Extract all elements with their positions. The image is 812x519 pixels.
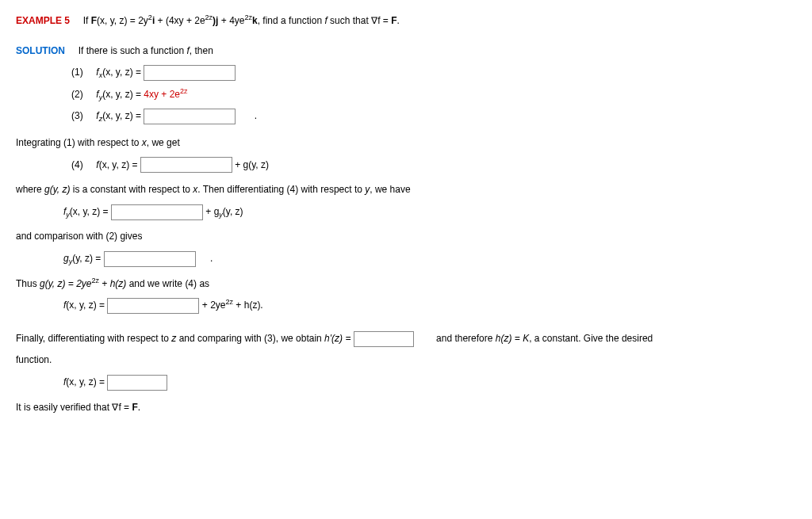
input-f-rewrite[interactable] bbox=[107, 298, 199, 314]
finally-line: Finally, differentiating with respect to… bbox=[16, 330, 796, 348]
where-g-line: where g(y, z) is a constant with respect… bbox=[16, 181, 796, 199]
gy-equation: gy(y, z) = . bbox=[63, 250, 796, 268]
solution-line: SOLUTION If there is such a function f, … bbox=[16, 43, 796, 60]
solution-label: SOLUTION bbox=[16, 45, 65, 56]
equation-2: (2) fy(x, y, z) = 4xy + 2e2z bbox=[71, 86, 796, 104]
example-label: EXAMPLE 5 bbox=[16, 15, 70, 26]
input-final-f[interactable] bbox=[107, 375, 167, 391]
integrating-line: Integrating (1) with respect to x, we ge… bbox=[16, 135, 796, 152]
input-fx[interactable] bbox=[144, 65, 236, 81]
verified-line: It is easily verified that ∇f = F. bbox=[16, 399, 796, 417]
input-gy[interactable] bbox=[104, 251, 196, 267]
input-hprime[interactable] bbox=[354, 331, 414, 347]
example-line: EXAMPLE 5 If F(x, y, z) = 2y2i + (4xy + … bbox=[16, 13, 796, 30]
comparison-line: and comparison with (2) gives bbox=[16, 228, 796, 246]
fy-expansion: fy(x, y, z) = + gy(y, z) bbox=[63, 204, 796, 221]
f-rewrite: f(x, y, z) = + 2ye2z + h(z). bbox=[63, 297, 796, 315]
function-word: function. bbox=[16, 352, 796, 369]
final-f: f(x, y, z) = bbox=[63, 374, 796, 391]
solution-intro: If there is such a function f, then bbox=[79, 45, 213, 56]
equation-4: (4) f(x, y, z) = + g(y, z) bbox=[71, 157, 796, 174]
input-eq4[interactable] bbox=[140, 157, 232, 173]
example-text: If F(x, y, z) = 2y2i + (4xy + 2e2z)j + 4… bbox=[83, 15, 400, 26]
input-fy-expand[interactable] bbox=[111, 204, 203, 220]
equation-1: (1) fx(x, y, z) = bbox=[71, 64, 796, 82]
equation-3: (3) fz(x, y, z) = . bbox=[71, 108, 796, 125]
thus-g-line: Thus g(y, z) = 2ye2z + h(z) and we write… bbox=[16, 276, 796, 293]
input-fz[interactable] bbox=[144, 109, 236, 124]
